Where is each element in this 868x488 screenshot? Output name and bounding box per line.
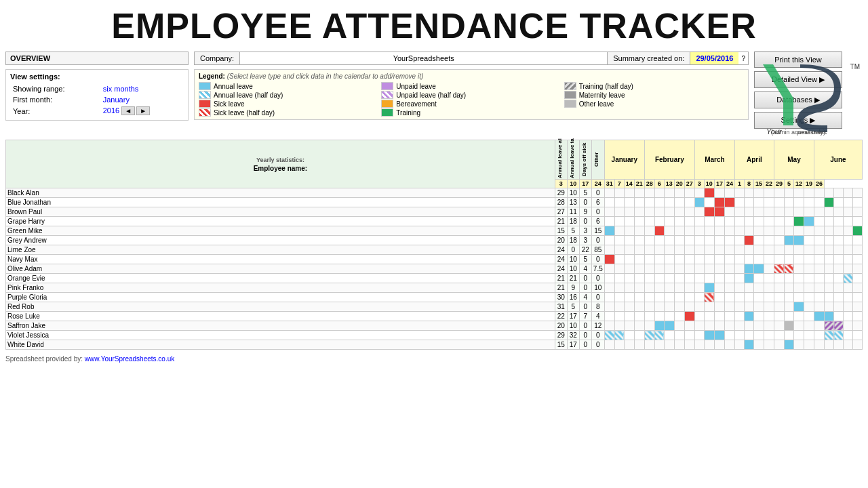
cal-cell[interactable] [774, 302, 784, 312]
cal-cell[interactable] [704, 321, 714, 331]
cal-cell[interactable] [784, 207, 793, 217]
cal-cell[interactable] [654, 312, 664, 321]
cal-cell[interactable] [744, 302, 753, 312]
employee-name[interactable]: Rose Luke [6, 312, 555, 321]
cal-cell[interactable] [644, 207, 654, 217]
cal-cell[interactable] [844, 217, 853, 226]
cal-cell[interactable] [654, 283, 664, 293]
cal-cell[interactable] [724, 340, 734, 350]
cal-cell[interactable] [793, 302, 804, 312]
cal-cell[interactable] [614, 226, 624, 236]
cal-cell[interactable] [644, 302, 654, 312]
cal-cell[interactable] [814, 188, 824, 198]
cal-cell[interactable] [834, 226, 844, 236]
cal-cell[interactable] [834, 236, 844, 245]
employee-name[interactable]: Brown Paul [6, 207, 555, 217]
cal-cell[interactable] [825, 245, 834, 255]
cal-cell[interactable] [774, 331, 784, 340]
cal-cell[interactable] [684, 255, 694, 264]
cal-cell[interactable] [734, 283, 744, 293]
cal-cell[interactable] [753, 188, 764, 198]
cal-cell[interactable] [814, 236, 824, 245]
year-prev-button[interactable]: ◄ [121, 106, 135, 115]
cal-cell[interactable] [654, 236, 664, 245]
cal-cell[interactable] [834, 321, 844, 331]
cal-cell[interactable] [634, 321, 644, 331]
cal-cell[interactable] [664, 226, 674, 236]
cal-cell[interactable] [654, 226, 664, 236]
cal-cell[interactable] [784, 188, 793, 198]
cal-cell[interactable] [694, 312, 704, 321]
cal-cell[interactable] [744, 321, 753, 331]
cal-cell[interactable] [654, 274, 664, 283]
cal-cell[interactable] [793, 188, 804, 198]
cal-cell[interactable] [644, 274, 654, 283]
cal-cell[interactable] [734, 236, 744, 245]
cal-cell[interactable] [604, 283, 614, 293]
cal-cell[interactable] [644, 255, 654, 264]
cal-cell[interactable] [825, 302, 834, 312]
cal-cell[interactable] [654, 321, 664, 331]
cal-cell[interactable] [634, 302, 644, 312]
cal-cell[interactable] [793, 217, 804, 226]
cal-cell[interactable] [604, 207, 614, 217]
cal-cell[interactable] [744, 255, 753, 264]
cal-cell[interactable] [674, 198, 684, 207]
employee-name[interactable]: White David [6, 340, 555, 350]
cal-cell[interactable] [834, 264, 844, 274]
cal-cell[interactable] [674, 236, 684, 245]
cal-cell[interactable] [714, 302, 724, 312]
cal-cell[interactable] [604, 255, 614, 264]
cal-cell[interactable] [684, 274, 694, 283]
cal-cell[interactable] [714, 217, 724, 226]
cal-cell[interactable] [624, 312, 634, 321]
cal-cell[interactable] [614, 207, 624, 217]
cal-cell[interactable] [793, 283, 804, 293]
cal-cell[interactable] [804, 283, 814, 293]
cal-cell[interactable] [793, 255, 804, 264]
cal-cell[interactable] [834, 198, 844, 207]
cal-cell[interactable] [784, 312, 793, 321]
cal-cell[interactable] [694, 236, 704, 245]
cal-cell[interactable] [704, 312, 714, 321]
cal-cell[interactable] [764, 283, 774, 293]
cal-cell[interactable] [644, 198, 654, 207]
cal-cell[interactable] [704, 188, 714, 198]
cal-cell[interactable] [853, 340, 863, 350]
cal-cell[interactable] [744, 340, 753, 350]
cal-cell[interactable] [814, 274, 824, 283]
cal-cell[interactable] [634, 312, 644, 321]
cal-cell[interactable] [644, 312, 654, 321]
cal-cell[interactable] [753, 255, 764, 264]
cal-cell[interactable] [774, 188, 784, 198]
cal-cell[interactable] [634, 217, 644, 226]
legend-item-unpaid[interactable]: Unpaid leave [381, 82, 561, 90]
cal-cell[interactable] [804, 264, 814, 274]
cal-cell[interactable] [734, 274, 744, 283]
cal-cell[interactable] [684, 293, 694, 302]
cal-cell[interactable] [853, 321, 863, 331]
cal-cell[interactable] [844, 188, 853, 198]
cal-cell[interactable] [744, 274, 753, 283]
legend-item-training[interactable]: Training [381, 108, 561, 117]
cal-cell[interactable] [734, 293, 744, 302]
cal-cell[interactable] [825, 198, 834, 207]
cal-cell[interactable] [825, 188, 834, 198]
cal-cell[interactable] [784, 236, 793, 245]
cal-cell[interactable] [734, 321, 744, 331]
cal-cell[interactable] [614, 255, 624, 264]
cal-cell[interactable] [853, 217, 863, 226]
cal-cell[interactable] [844, 245, 853, 255]
cal-cell[interactable] [644, 226, 654, 236]
cal-cell[interactable] [634, 283, 644, 293]
cal-cell[interactable] [624, 264, 634, 274]
cal-cell[interactable] [734, 302, 744, 312]
cal-cell[interactable] [853, 264, 863, 274]
cal-cell[interactable] [804, 198, 814, 207]
employee-name[interactable]: Orange Evie [6, 274, 555, 283]
employee-name[interactable]: Green Mike [6, 226, 555, 236]
legend-item-unpaid-half[interactable]: Unpaid leave (half day) [381, 91, 561, 99]
cal-cell[interactable] [814, 198, 824, 207]
cal-cell[interactable] [654, 207, 664, 217]
cal-cell[interactable] [704, 264, 714, 274]
